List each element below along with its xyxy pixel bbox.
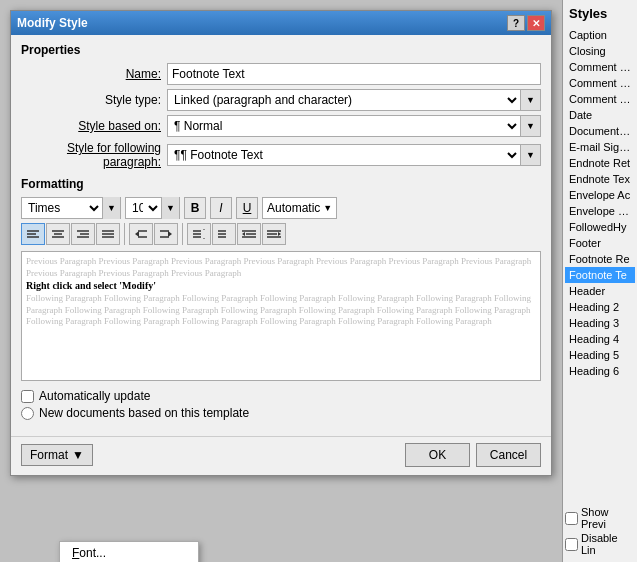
styles-list-item[interactable]: Heading 3 [565, 315, 635, 331]
style-type-label: Style type: [21, 93, 161, 107]
styles-list-item[interactable]: Heading 5 [565, 347, 635, 363]
style-type-select-wrapper: Linked (paragraph and character) ▼ [167, 89, 541, 111]
style-following-arrow[interactable]: ▼ [521, 144, 541, 166]
style-type-arrow[interactable]: ▼ [521, 89, 541, 111]
styles-list-item[interactable]: Heading 2 [565, 299, 635, 315]
styles-list-item[interactable]: Date [565, 107, 635, 123]
styles-list-item[interactable]: Header [565, 283, 635, 299]
ok-cancel-buttons: OK Cancel [405, 443, 541, 467]
style-based-select[interactable]: ¶ Normal [167, 115, 521, 137]
increase-indent-btn2[interactable] [262, 223, 286, 245]
bold-button[interactable]: B [184, 197, 206, 219]
context-menu-item[interactable]: Font... [60, 542, 198, 562]
svg-marker-29 [242, 232, 245, 236]
auto-update-checkbox[interactable] [21, 390, 34, 403]
styles-list-item[interactable]: Footer [565, 235, 635, 251]
style-following-select[interactable]: ¶¶ Footnote Text [167, 144, 521, 166]
size-select-arrow[interactable]: ▼ [161, 197, 179, 219]
style-following-label: Style for following paragraph: [21, 141, 161, 169]
format-button-arrow: ▼ [72, 448, 84, 462]
styles-list-item[interactable]: FollowedHy [565, 219, 635, 235]
name-label: Name: [21, 67, 161, 81]
bottom-options: Automatically update New documents based… [21, 389, 541, 420]
color-select-wrap[interactable]: Automatic ▼ [262, 197, 337, 219]
align-toolbar [21, 223, 541, 245]
increase-indent-icon2 [267, 229, 281, 239]
styles-list-item[interactable]: Closing [565, 43, 635, 59]
formatting-section-label: Formatting [21, 177, 541, 191]
dialog-title: Modify Style [17, 16, 88, 30]
styles-list-item[interactable]: E-mail Signa [565, 139, 635, 155]
align-left-button[interactable] [21, 223, 45, 245]
svg-marker-13 [135, 231, 139, 237]
align-justify-icon [102, 229, 114, 239]
svg-marker-21 [203, 229, 205, 230]
styles-list-item[interactable]: Footnote Te [565, 267, 635, 283]
color-arrow[interactable]: ▼ [323, 203, 332, 213]
format-dropdown-button[interactable]: Format ▼ [21, 444, 93, 466]
disable-linked-checkbox-label[interactable]: Disable Lin [565, 532, 635, 556]
styles-list-item[interactable]: Comment Re [565, 59, 635, 75]
font-select[interactable]: Times [22, 198, 102, 218]
align-right-icon [77, 229, 89, 239]
style-based-label: Style based on: [21, 119, 161, 133]
para-spacing-button[interactable] [212, 223, 236, 245]
modify-style-dialog: Modify Style ? ✕ Properties Name: Style … [10, 10, 552, 476]
style-type-select[interactable]: Linked (paragraph and character) [167, 89, 521, 111]
styles-list-item[interactable]: Caption [565, 27, 635, 43]
styles-list-item[interactable]: Heading 4 [565, 331, 635, 347]
style-based-select-wrapper: ¶ Normal ▼ [167, 115, 541, 137]
styles-panel-footer: Show Previ Disable Lin [565, 506, 635, 558]
properties-section-label: Properties [21, 43, 541, 57]
styles-list-item[interactable]: Endnote Ret [565, 155, 635, 171]
show-preview-checkbox[interactable] [565, 512, 578, 525]
styles-list-item[interactable]: Comment Te [565, 91, 635, 107]
dialog-body: Properties Name: Style type: Linked (par… [11, 35, 551, 436]
font-select-wrap: Times ▼ [21, 197, 121, 219]
name-input[interactable] [167, 63, 541, 85]
svg-marker-33 [278, 232, 281, 236]
italic-button[interactable]: I [210, 197, 232, 219]
styles-list-item[interactable]: Comment Su [565, 75, 635, 91]
indent-left-button[interactable] [129, 223, 153, 245]
align-center-button[interactable] [46, 223, 70, 245]
cancel-button[interactable]: Cancel [476, 443, 541, 467]
size-select[interactable]: 10 [126, 198, 161, 218]
titlebar-buttons: ? ✕ [507, 15, 545, 31]
format-button-label: Format [30, 448, 68, 462]
close-button[interactable]: ✕ [527, 15, 545, 31]
properties-grid: Name: Style type: Linked (paragraph and … [21, 63, 541, 169]
auto-update-label: Automatically update [39, 389, 150, 403]
font-select-arrow[interactable]: ▼ [102, 197, 120, 219]
para-spacing-icon [218, 229, 230, 239]
style-following-select-wrapper: ¶¶ Footnote Text ▼ [167, 144, 541, 166]
styles-panel: Styles CaptionClosingComment ReComment S… [562, 0, 637, 562]
styles-list-item[interactable]: Footnote Re [565, 251, 635, 267]
styles-list-item[interactable]: Heading 6 [565, 363, 635, 379]
new-docs-label: New documents based on this template [39, 406, 249, 420]
line-spacing-button[interactable] [187, 223, 211, 245]
new-docs-radio[interactable] [21, 407, 34, 420]
align-right-button[interactable] [71, 223, 95, 245]
styles-list-item[interactable]: Envelope Re [565, 203, 635, 219]
styles-panel-title: Styles [565, 4, 635, 27]
align-left-icon [27, 229, 39, 239]
show-preview-checkbox-label[interactable]: Show Previ [565, 506, 635, 530]
indent-right-button[interactable] [154, 223, 178, 245]
styles-list-item[interactable]: Document M [565, 123, 635, 139]
style-based-arrow[interactable]: ▼ [521, 115, 541, 137]
dialog-footer: Format ▼ OK Cancel [11, 436, 551, 475]
show-preview-label: Show Previ [581, 506, 635, 530]
styles-list-item[interactable]: Endnote Tex [565, 171, 635, 187]
new-docs-row: New documents based on this template [21, 406, 541, 420]
size-select-wrap: 10 ▼ [125, 197, 180, 219]
ok-button[interactable]: OK [405, 443, 470, 467]
disable-linked-label: Disable Lin [581, 532, 635, 556]
align-justify-button[interactable] [96, 223, 120, 245]
styles-list-item[interactable]: Envelope Ac [565, 187, 635, 203]
disable-linked-checkbox[interactable] [565, 538, 578, 551]
help-button[interactable]: ? [507, 15, 525, 31]
svg-marker-22 [203, 238, 205, 239]
underline-button[interactable]: U [236, 197, 258, 219]
decrease-indent-btn2[interactable] [237, 223, 261, 245]
